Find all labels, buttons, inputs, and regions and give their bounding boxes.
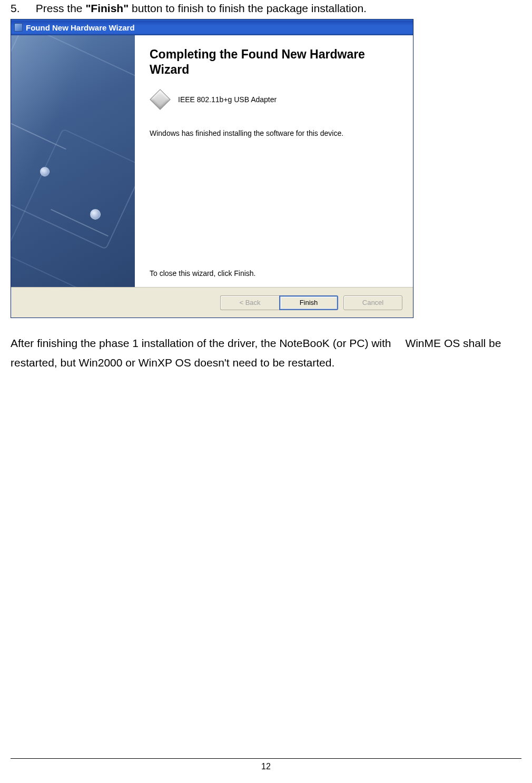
body-paragraph: After finishing the phase 1 installation… (11, 334, 521, 373)
device-name: IEEE 802.11b+g USB Adapter (178, 95, 277, 104)
status-text: Windows has finished installing the soft… (150, 129, 398, 137)
button-bar: < Back Finish Cancel (11, 287, 413, 318)
device-icon (150, 89, 171, 110)
page-number: 12 (261, 762, 271, 771)
device-row: IEEE 802.11b+g USB Adapter (150, 89, 398, 110)
wizard-left-panel (11, 35, 135, 287)
wizard-heading: Completing the Found New Hardware Wizard (150, 47, 398, 77)
step-number: 5. (11, 2, 33, 15)
instruction-step: 5. Press the "Finish" button to finish t… (11, 2, 521, 15)
wizard-body: Completing the Found New Hardware Wizard… (11, 35, 413, 287)
wizard-icon (14, 23, 23, 32)
page-footer: 12 (11, 758, 521, 771)
finish-button[interactable]: Finish (279, 295, 338, 310)
titlebar: Found New Hardware Wizard (11, 19, 413, 35)
cancel-button: Cancel (343, 295, 402, 310)
back-button: < Back (220, 295, 279, 310)
wizard-dialog: Found New Hardware Wizard Completing the… (11, 19, 413, 318)
step-text-bold: "Finish" (85, 2, 129, 14)
titlebar-text: Found New Hardware Wizard (26, 23, 135, 32)
wizard-right-panel: Completing the Found New Hardware Wizard… (135, 35, 413, 287)
step-text-post: button to finish to finish the package i… (129, 2, 367, 14)
step-text-pre: Press the (36, 2, 86, 14)
close-hint: To close this wizard, click Finish. (150, 269, 256, 277)
